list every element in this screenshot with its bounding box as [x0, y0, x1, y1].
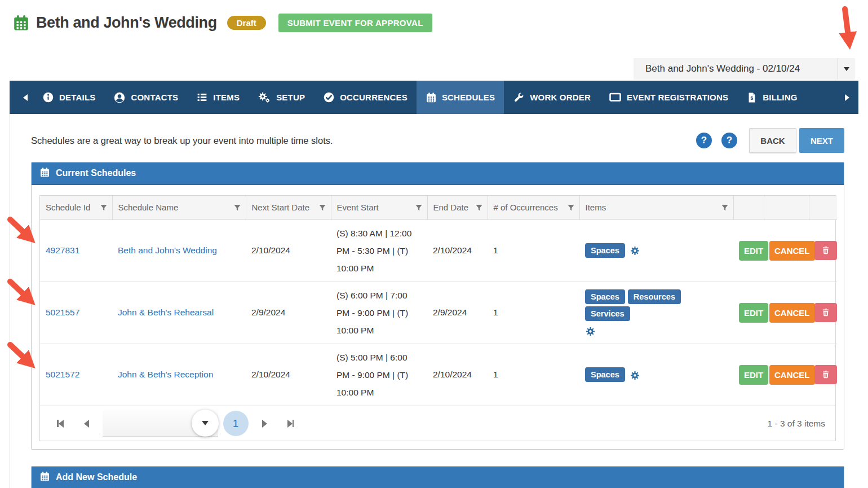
screen-icon [609, 91, 622, 104]
schedule-id-link[interactable]: 4927831 [46, 245, 79, 255]
event-selector-caret-button[interactable] [838, 58, 855, 80]
filter-icon[interactable] [233, 204, 241, 212]
contact-icon [113, 91, 126, 104]
schedule-name-link[interactable]: John & Beth's Rehearsal [118, 307, 214, 317]
schedule-id-link[interactable]: 5021572 [46, 370, 79, 379]
item-badge[interactable]: Resources [628, 289, 681, 304]
gear-icon[interactable] [630, 245, 640, 256]
next-button[interactable]: NEXT [799, 128, 844, 153]
nav-scroll-left-button[interactable] [17, 81, 33, 114]
filter-icon[interactable] [318, 204, 326, 212]
tab-schedules[interactable]: SCHEDULES [417, 81, 504, 114]
calendar-icon [426, 92, 437, 103]
calendar-icon [39, 167, 50, 180]
current-page-indicator[interactable]: 1 [223, 411, 249, 436]
first-page-button[interactable] [57, 420, 64, 428]
filter-icon[interactable] [475, 204, 483, 212]
cancel-button[interactable]: CANCEL [769, 303, 815, 323]
gear-icon[interactable] [585, 326, 596, 337]
column-cancel [764, 196, 809, 219]
next-page-icon [262, 420, 267, 428]
column-occurrences: # of Occurrences [488, 196, 579, 219]
cancel-button[interactable]: CANCEL [769, 241, 815, 261]
item-badge[interactable]: Spaces [585, 367, 625, 382]
column-event-start: Event Start [331, 196, 427, 219]
tab-event-registrations[interactable]: EVENT REGISTRATIONS [600, 81, 737, 114]
gears-icon [258, 91, 271, 104]
content-area: Schedules are a great way to break up yo… [10, 114, 858, 488]
edit-button[interactable]: EDIT [739, 241, 768, 261]
last-page-button[interactable] [287, 420, 294, 428]
tab-work-order[interactable]: WORK ORDER [504, 81, 600, 114]
tab-label: OCCURRENCES [340, 93, 408, 102]
column-schedule-name: Schedule Name [112, 196, 246, 219]
table-header-row: Schedule Id Schedule Name Next Start Dat… [40, 196, 837, 219]
previous-page-icon [84, 420, 89, 428]
item-badge[interactable]: Services [585, 306, 630, 321]
event-start: (S) 5:00 PM | 6:00 PM - 9:00 PM | (T) 10… [336, 353, 408, 397]
help-button[interactable]: ? [696, 133, 712, 148]
next-page-button[interactable] [262, 420, 267, 428]
filter-icon[interactable] [721, 204, 729, 212]
end-date: 2/10/2024 [433, 370, 472, 379]
filter-icon[interactable] [100, 204, 108, 212]
tab-occurrences[interactable]: OCCURRENCES [314, 81, 417, 114]
dropdown-caret-button[interactable] [192, 410, 219, 437]
schedule-row: 5021572 John & Beth's Reception 2/10/202… [40, 344, 837, 406]
delete-button[interactable] [814, 365, 837, 384]
occurrence-count: 1 [493, 245, 498, 255]
trash-icon [821, 249, 830, 257]
page-title: Beth and John's Wedding [36, 14, 217, 32]
add-new-schedule-panel: Add New Schedule [31, 466, 844, 488]
tab-label: BILLING [763, 93, 797, 102]
items-count-summary: 1 - 3 of 3 items [767, 419, 827, 429]
filter-icon[interactable] [415, 204, 423, 212]
panel-header: Current Schedules [32, 162, 844, 185]
schedule-id-link[interactable]: 5021557 [46, 307, 79, 317]
wrench-icon [513, 91, 525, 103]
item-badge[interactable]: Spaces [585, 289, 625, 304]
page-select-dropdown[interactable] [103, 410, 218, 437]
tab-billing[interactable]: $ BILLING [737, 81, 806, 114]
previous-page-button[interactable] [84, 420, 89, 428]
column-end-date: End Date [427, 196, 488, 219]
tab-label: WORK ORDER [530, 93, 591, 102]
trash-icon [821, 373, 830, 381]
panel-title: Add New Schedule [56, 472, 137, 482]
help-button[interactable]: ? [721, 133, 737, 148]
back-button[interactable]: BACK [749, 128, 796, 153]
list-icon [196, 91, 208, 103]
occurrence-count: 1 [493, 307, 498, 317]
filter-icon[interactable] [567, 204, 575, 212]
event-selector-value: Beth and John's Wedding - 02/10/24 [634, 63, 838, 74]
edit-button[interactable]: EDIT [739, 365, 768, 385]
event-start: (S) 8:30 AM | 12:00 PM - 5:30 PM | (T) 1… [336, 228, 411, 273]
tab-details[interactable]: DETAILS [33, 81, 104, 114]
schedules-description: Schedules are a great way to break up yo… [31, 135, 333, 146]
event-selector[interactable]: Beth and John's Wedding - 02/10/24 [634, 58, 855, 80]
end-date: 2/10/2024 [433, 245, 472, 255]
tab-items[interactable]: ITEMS [187, 81, 249, 114]
tab-setup[interactable]: SETUP [249, 81, 314, 114]
delete-button[interactable] [814, 303, 837, 322]
nav-scroll-right-button[interactable] [839, 81, 855, 114]
edit-button[interactable]: EDIT [739, 303, 768, 323]
schedule-name-link[interactable]: Beth and John's Wedding [118, 245, 217, 255]
schedule-row: 4927831 Beth and John's Wedding 2/10/202… [40, 219, 837, 282]
app-window: Beth and John's Wedding Draft SUBMIT EVE… [10, 0, 858, 488]
check-circle-icon [323, 91, 335, 103]
cancel-button[interactable]: CANCEL [769, 365, 815, 385]
current-schedules-panel: Current Schedules Schedule Id Sched [31, 162, 844, 450]
schedule-name-link[interactable]: John & Beth's Reception [118, 370, 213, 379]
page-header: Beth and John's Wedding Draft SUBMIT EVE… [10, 0, 858, 81]
submit-event-button[interactable]: SUBMIT EVENT FOR APPROVAL [278, 14, 432, 32]
next-start-date: 2/10/2024 [251, 245, 290, 255]
item-badge[interactable]: Spaces [585, 243, 625, 258]
gear-icon[interactable] [630, 370, 640, 381]
svg-text:$: $ [751, 95, 754, 101]
tab-label: CONTACTS [131, 93, 178, 102]
tab-label: EVENT REGISTRATIONS [627, 93, 728, 102]
delete-button[interactable] [814, 241, 837, 260]
tab-contacts[interactable]: CONTACTS [104, 81, 187, 114]
first-page-icon [59, 420, 64, 428]
